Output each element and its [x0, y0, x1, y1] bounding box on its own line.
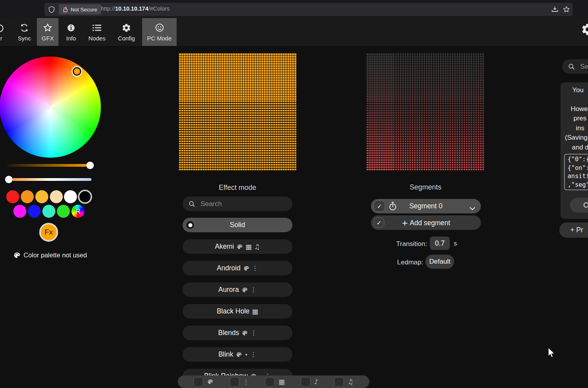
overlay-dots-icon: ⋮ — [250, 329, 257, 337]
download-icon[interactable] — [551, 5, 559, 15]
swatch-#f5911e[interactable] — [21, 190, 34, 203]
transition-unit: s — [454, 240, 457, 247]
palette-icon — [207, 379, 214, 385]
music-notes-icon: ♫ — [254, 243, 260, 251]
preset-json-line: [{"id" — [568, 189, 588, 190]
ledmap-label: Ledmap: — [361, 259, 423, 266]
swatch-rainbow[interactable]: R — [71, 205, 84, 218]
preset-info-line: You — [561, 86, 588, 95]
browser-address-bar: Not Secure http://10.10.10.174/#Colors — [0, 0, 588, 18]
segment-0-checkbox[interactable]: ✓ — [374, 200, 385, 212]
swatch-#1616ee[interactable] — [28, 205, 41, 218]
transition-value-input[interactable]: 0.7 — [430, 237, 450, 250]
filter-checkbox-note[interactable] — [301, 377, 310, 387]
white-balance-slider[interactable] — [12, 178, 91, 181]
matrix-icon: ▦ — [252, 308, 258, 315]
toolbar-item-label: GFX — [42, 35, 54, 42]
filter-checkbox-palette[interactable] — [194, 377, 203, 387]
add-segment-label: Add segment — [410, 219, 450, 227]
bookmark-star-icon[interactable] — [562, 5, 570, 15]
mouse-cursor — [548, 348, 555, 360]
effect-filter-note: ♪ — [301, 377, 318, 387]
toolbar-item-sync[interactable]: Sync — [14, 18, 35, 46]
add-segment-row[interactable]: ✓ + Add segment — [371, 215, 481, 230]
gear-icon — [122, 23, 131, 33]
smiley-icon — [155, 23, 164, 33]
swatch-#ffffff[interactable] — [64, 190, 77, 203]
toolbar-item-label: er — [0, 35, 2, 42]
preset-json-line: {"on": — [568, 164, 588, 173]
effect-button-akemi[interactable]: Akemi▦♫ — [183, 239, 292, 254]
swatch-#f8dcae[interactable] — [50, 190, 63, 203]
segments-heading: Segments — [367, 183, 484, 191]
swatch-#f8bb30[interactable] — [35, 190, 48, 203]
toolbar-item-nodes[interactable]: Nodes — [83, 18, 111, 46]
toolbar-item-info[interactable]: Info — [62, 18, 80, 46]
led-matrix-preview-secondary — [366, 53, 485, 171]
swatch-#f31d1d[interactable] — [6, 190, 19, 203]
preset-info-line: pres — [561, 114, 588, 124]
tracking-shield-icon[interactable] — [48, 6, 55, 15]
toolbar-item-gfx[interactable]: GFX — [37, 18, 58, 46]
toolbar-item-pc-mode[interactable]: PC Mode — [142, 18, 177, 46]
toolbar-item-config[interactable]: Config — [115, 18, 138, 46]
stopwatch-icon[interactable] — [388, 201, 397, 213]
add-preset-button[interactable]: + Pr — [559, 222, 588, 238]
effect-search[interactable] — [183, 197, 292, 211]
preset-info-line: Howe — [561, 104, 588, 114]
preset-info-text: YouHowepresins(Savingand d — [561, 86, 588, 152]
effect-button-blends[interactable]: Blends⋮ — [183, 326, 292, 340]
palette-icon — [13, 251, 21, 260]
segment-0-row[interactable]: ✓ Segment 0 — [371, 199, 481, 213]
preset-search-input[interactable] — [579, 62, 588, 71]
effect-mode-heading: Effect mode — [179, 184, 296, 192]
selected-effect-radio-icon — [185, 220, 195, 230]
preset-info-line: (Saving — [561, 133, 588, 143]
not-secure-badge[interactable]: Not Secure — [59, 4, 101, 15]
effect-name: Solid — [230, 221, 245, 229]
preset-json-line: {"0":{ — [568, 155, 588, 164]
preset-json-code-block[interactable]: {"0":{{"on":ansiti,"seg"[{"id" — [564, 154, 588, 190]
effect-button-black-hole[interactable]: Black Hole▦ — [183, 304, 292, 319]
filter-checkbox-matrix[interactable] — [265, 377, 275, 387]
effect-button-blink[interactable]: Blink•⋮ — [183, 347, 292, 362]
palette-icon — [236, 244, 243, 250]
add-segment-checkbox[interactable]: ✓ — [374, 217, 384, 228]
ledmap-value-button[interactable]: Default — [425, 255, 454, 269]
url-text[interactable]: http://10.10.10.174/#Colors — [101, 5, 170, 12]
color-wheel-marker[interactable] — [73, 67, 81, 76]
value-slider[interactable] — [7, 164, 91, 167]
overlay-dots-icon: ⋮ — [250, 351, 257, 358]
effect-filter-matrix: ▦ — [265, 377, 285, 387]
preset-search[interactable] — [562, 59, 588, 74]
effect-name: Black Hole — [217, 307, 250, 315]
filter-checkbox-notes[interactable] — [334, 377, 344, 387]
preset-info-line: and d — [561, 143, 588, 153]
fx-quick-button[interactable]: Fx — [39, 223, 58, 242]
toolbar-item-power-partial[interactable]: er — [0, 18, 11, 46]
swatch-#000000[interactable] — [79, 190, 91, 203]
filter-checkbox-dots[interactable] — [230, 377, 239, 387]
preset-card-button[interactable]: C — [570, 198, 588, 213]
palette-icon — [241, 287, 248, 293]
color-wheel[interactable] — [0, 56, 101, 158]
swatch-#2be22b[interactable] — [57, 205, 70, 218]
white-balance-slider-thumb[interactable] — [5, 176, 13, 183]
value-slider-thumb[interactable] — [86, 162, 94, 169]
swatch-#f816f8[interactable] — [13, 205, 26, 218]
effect-search-input[interactable] — [200, 200, 287, 208]
wled-app: Not Secure http://10.10.10.174/#Colors e… — [0, 0, 588, 388]
effect-name: Blends — [218, 329, 239, 337]
effect-button-android[interactable]: Android⋮ — [183, 261, 292, 275]
toolbar-item-label: Nodes — [88, 35, 105, 42]
rainbow-swatch-label: R — [75, 207, 81, 216]
toolbar-item-label: Sync — [18, 35, 31, 42]
effect-button-solid[interactable]: Solid — [183, 218, 292, 232]
music-notes-icon: ♫ — [347, 378, 353, 386]
toolbar-item-label: Config — [118, 35, 135, 42]
swatch-#35ecc3[interactable] — [42, 205, 55, 218]
effect-button-aurora[interactable]: Aurora⋮ — [183, 282, 292, 297]
quick-settings-gear-icon[interactable] — [581, 23, 588, 38]
chevron-down-icon[interactable] — [469, 204, 475, 212]
matrix-icon: ▦ — [245, 243, 252, 251]
